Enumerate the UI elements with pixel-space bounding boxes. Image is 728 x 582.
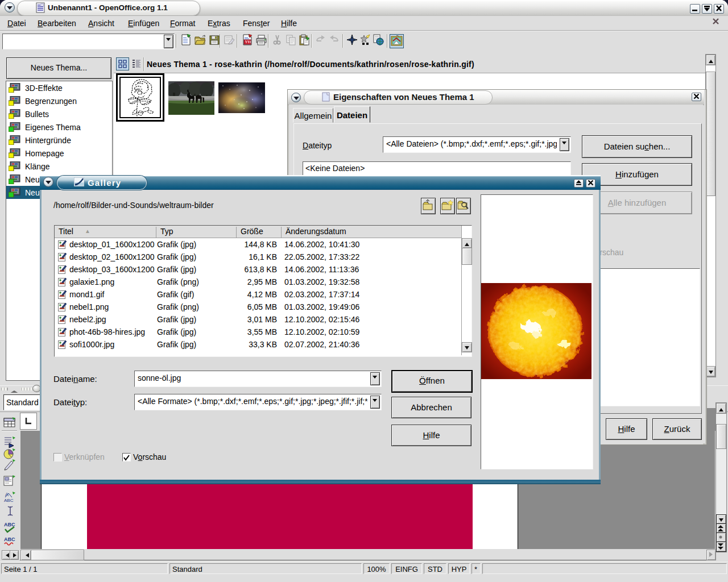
svg-text:ABC: ABC — [4, 537, 15, 542]
svg-text:ABC: ABC — [4, 498, 14, 503]
